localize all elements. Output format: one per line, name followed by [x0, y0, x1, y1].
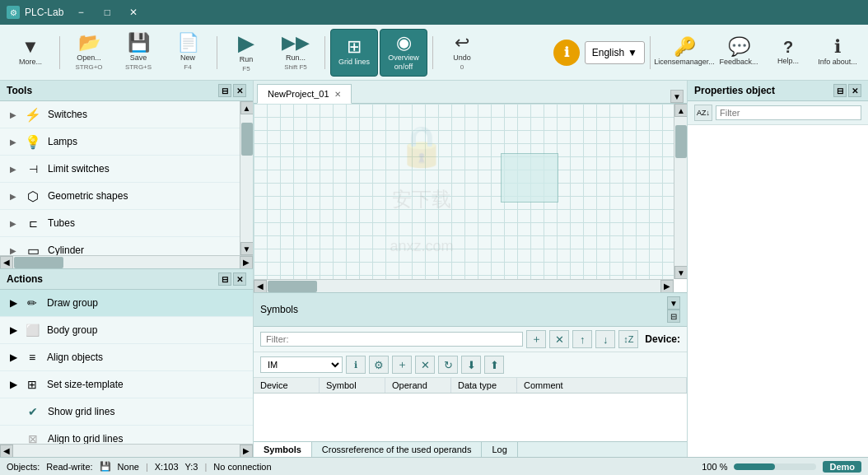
maximize-button[interactable]: □	[95, 4, 119, 21]
tab-close-icon[interactable]: ✕	[334, 90, 341, 99]
canvas-scroll-up[interactable]: ▲	[674, 104, 687, 117]
more-icon: ▼	[21, 38, 40, 56]
actions-hscroll-left[interactable]: ◀	[0, 445, 13, 458]
toolbar-help-button[interactable]: ? Help...	[764, 29, 812, 77]
symbols-table-body[interactable]	[254, 394, 687, 441]
toolbar-overview-button[interactable]: ◉ Overview on/off	[380, 29, 427, 77]
toolbar-run-button[interactable]: ▶ Run F5	[222, 29, 270, 77]
tools-scroll-up[interactable]: ▲	[240, 101, 254, 114]
sym-sort-button[interactable]: ↕Z	[618, 330, 638, 348]
sym-refresh-button[interactable]: ↻	[438, 356, 458, 374]
action-align-grid-lines[interactable]: ⊠ Align to grid lines	[0, 426, 253, 444]
actions-hscroll-track[interactable]	[13, 445, 240, 457]
canvas-object[interactable]	[501, 153, 558, 203]
sym-add2-button[interactable]: ＋	[392, 356, 412, 374]
tools-hscroll-right[interactable]: ▶	[240, 256, 253, 269]
toolbar-license-button[interactable]: 🔑 Licensemanager...	[656, 29, 713, 77]
left-panel: Tools ⊟ ✕ ▶ ⚡ Switches ▶	[0, 81, 254, 457]
tools-scroll-track[interactable]	[240, 114, 253, 242]
symbols-filter-input[interactable]	[260, 332, 523, 347]
sym-download-button[interactable]: ⬇	[461, 356, 481, 374]
symbols-collapse-button[interactable]: ▼	[667, 296, 680, 310]
action-set-size-template[interactable]: ▶ ⊞ Set size-template	[0, 371, 253, 398]
run-icon: ▶	[238, 32, 254, 54]
tool-item-tubes[interactable]: ▶ ⊏ Tubes	[0, 210, 240, 237]
canvas-vscrollbar[interactable]: ▲ ▼	[674, 104, 687, 279]
zoom-slider[interactable]	[734, 463, 816, 470]
canvas-hscroll-track[interactable]	[267, 280, 660, 293]
action-show-grid-lines[interactable]: ✔ Show grid lines	[0, 398, 253, 426]
align-objects-label: Align objects	[47, 352, 103, 363]
sym-delete-button[interactable]: ✕	[549, 330, 569, 348]
tools-scroll-thumb[interactable]	[241, 123, 253, 156]
toolbar-gridlines-button[interactable]: ⊞ Grid lines	[330, 29, 378, 77]
sym-settings-button[interactable]: ⚙	[369, 356, 389, 374]
tools-section: Tools ⊟ ✕ ▶ ⚡ Switches ▶	[0, 81, 253, 268]
action-align-objects[interactable]: ▶ ≡ Align objects	[0, 344, 253, 371]
tab-bar-scroll-right[interactable]: ▼	[670, 90, 684, 103]
tool-item-geometric-shapes[interactable]: ▶ ⬡ Geometric shapes	[0, 183, 240, 210]
canvas-area[interactable]: 🔒 安下载 anxz.com ▲ ▼ ◀	[254, 104, 687, 292]
toolbar-save-button[interactable]: 💾 Save STRG+S	[114, 29, 162, 77]
tools-close-button[interactable]: ✕	[233, 84, 246, 97]
action-draw-group[interactable]: ▶ ✏ Draw group	[0, 290, 253, 317]
tab-newproject01[interactable]: NewProject_01 ✕	[257, 84, 352, 104]
tool-item-lamps[interactable]: ▶ 💡 Lamps	[0, 128, 240, 156]
symbols-pin-button[interactable]: ⊟	[667, 310, 680, 323]
tab-log[interactable]: Log	[482, 442, 517, 457]
sym-upload-button[interactable]: ⬆	[484, 356, 504, 374]
tools-scroll-down[interactable]: ▼	[240, 242, 254, 255]
grid-canvas[interactable]: 🔒 安下载 anxz.com	[254, 104, 674, 279]
toolbar-feedback-button[interactable]: 💬 Feedback...	[715, 29, 763, 77]
tool-item-switches[interactable]: ▶ ⚡ Switches	[0, 101, 240, 128]
canvas-hscrollbar[interactable]: ◀ ▶	[254, 279, 674, 292]
device-select[interactable]: IM	[260, 356, 343, 373]
properties-close-button[interactable]: ✕	[848, 84, 861, 97]
properties-filter-input[interactable]	[716, 105, 861, 120]
canvas-scroll-down[interactable]: ▼	[674, 266, 687, 279]
properties-pin-button[interactable]: ⊟	[833, 84, 847, 97]
language-selector[interactable]: English ▼	[585, 41, 645, 64]
minimize-button[interactable]: −	[68, 4, 93, 21]
canvas-scroll-track[interactable]	[674, 117, 687, 266]
sym-add-button[interactable]: ＋	[526, 330, 546, 348]
sym-up-button[interactable]: ↑	[572, 330, 592, 348]
tool-item-cylinder[interactable]: ▶ ▭ Cylinder	[0, 237, 240, 255]
tools-hscroll-left[interactable]: ◀	[0, 256, 13, 269]
sym-info-button[interactable]: ℹ	[346, 356, 366, 374]
toolbar-separator-3	[324, 36, 325, 69]
tools-hscrollbar[interactable]: ◀ ▶	[0, 255, 253, 268]
tab-crossreference[interactable]: Crossreference of the used operands	[312, 442, 483, 457]
toolbar-open-sublabel: STRG+O	[75, 63, 102, 71]
info-circle[interactable]: ℹ	[553, 40, 580, 66]
canvas-hscroll-right[interactable]: ▶	[660, 280, 674, 293]
canvas-hscroll-left[interactable]: ◀	[254, 280, 267, 293]
actions-hscroll-right[interactable]: ▶	[240, 445, 253, 458]
sym-delete2-button[interactable]: ✕	[415, 356, 435, 374]
col-device: Device	[254, 378, 320, 393]
toolbar-info-button[interactable]: ℹ Info about...	[814, 29, 861, 77]
toolbar-open-button[interactable]: 📂 Open... STRG+O	[65, 29, 113, 77]
toolbar-more-button[interactable]: ▼ More...	[7, 29, 54, 77]
actions-close-button[interactable]: ✕	[233, 272, 246, 286]
canvas-hscroll-thumb[interactable]	[268, 281, 317, 292]
lamps-label: Lamps	[48, 136, 77, 147]
tools-hscroll-thumb[interactable]	[14, 257, 63, 268]
tools-hscroll-track[interactable]	[13, 256, 240, 268]
tools-pin-button[interactable]: ⊟	[218, 84, 231, 97]
sym-down-button[interactable]: ↓	[595, 330, 615, 348]
canvas-scroll-thumb[interactable]	[675, 125, 687, 158]
actions-pin-button[interactable]: ⊟	[218, 272, 231, 286]
properties-sort-button[interactable]: AZ↓	[694, 105, 712, 121]
toolbar-undo-button[interactable]: ↩ Undo 0	[438, 29, 486, 77]
align-objects-expand: ▶	[10, 352, 17, 363]
toolbar-new-button[interactable]: 📄 New F4	[164, 29, 212, 77]
close-button[interactable]: ✕	[121, 4, 146, 21]
tool-item-limit-switches[interactable]: ▶ ⊣ Limit switches	[0, 156, 240, 183]
action-body-group[interactable]: ▶ ⬜ Body group	[0, 317, 253, 344]
toolbar-run2-button[interactable]: ▶▶ Run... Shift F5	[272, 29, 320, 77]
tools-vscrollbar[interactable]: ▲ ▼	[240, 101, 253, 255]
none-label: None	[118, 462, 139, 472]
tab-symbols[interactable]: Symbols	[254, 442, 312, 457]
toolbar-run2-label: Run...	[286, 54, 306, 63]
